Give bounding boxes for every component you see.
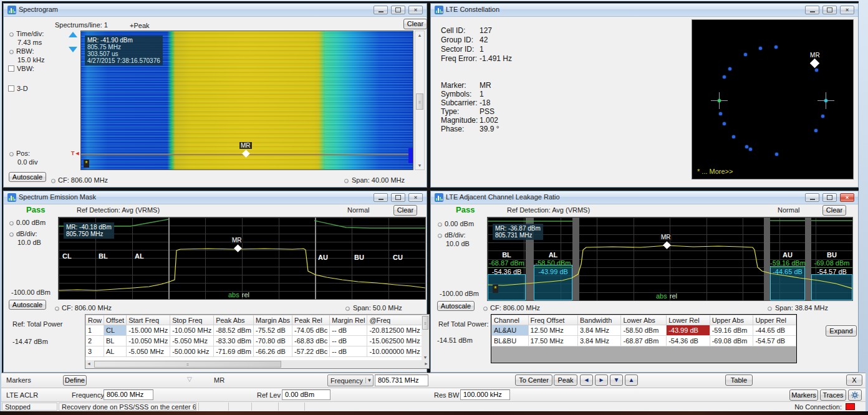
table-cell[interactable]: -50.000 kHz	[170, 346, 214, 357]
peak-button[interactable]: Peak	[554, 374, 577, 386]
chevron-down-icon[interactable]: ▽	[187, 376, 192, 383]
column-header[interactable]: Row	[86, 315, 104, 325]
table-vscrollbar[interactable]: ≡ ▼	[422, 315, 429, 361]
column-header[interactable]: Freq Offset	[528, 315, 577, 325]
table-button[interactable]: Table	[725, 374, 753, 386]
table-cell[interactable]: 3.84 MHz	[577, 325, 621, 336]
scrollbar-thumb[interactable]: ≡	[416, 93, 423, 110]
table-cell[interactable]: -20.812500 MHz	[367, 325, 422, 336]
ref-level-knob[interactable]	[9, 221, 14, 226]
constellation-titlebar[interactable]: LTE Constellation ×	[431, 4, 858, 17]
traces-button[interactable]: Traces	[820, 389, 846, 401]
table-cell[interactable]: BL	[104, 336, 127, 346]
peak-left-icon[interactable]: ◄	[580, 374, 593, 386]
table-cell[interactable]: -- dB	[330, 336, 367, 346]
table-hscrollbar[interactable]: ◄ ≡ ►	[85, 360, 430, 368]
peak-down-icon[interactable]: ▼	[610, 374, 623, 386]
table-cell[interactable]: -83.30 dBm	[214, 336, 254, 346]
cf-knob[interactable]	[483, 307, 488, 311]
close-icon[interactable]: ×	[408, 6, 423, 14]
spectrogram-titlebar[interactable]: Spectrogram ×	[4, 4, 427, 17]
column-header[interactable]: Upper Abs	[710, 315, 753, 325]
close-icon[interactable]: ×	[840, 193, 854, 202]
table-cell[interactable]: -15.062500 MHz	[367, 336, 422, 346]
table-cell[interactable]: -70.80 dB	[254, 336, 292, 346]
table-cell[interactable]: -74.05 dBc	[292, 325, 330, 336]
cf-knob[interactable]	[55, 307, 59, 311]
rbw-knob[interactable]	[9, 50, 14, 54]
table-cell[interactable]: BL&BU	[492, 336, 529, 346]
column-header[interactable]: Bandwidth	[577, 315, 621, 325]
clear-button[interactable]: Clear	[403, 19, 427, 29]
table-row[interactable]: 2BL-10.050 MHz-5.050 MHz-83.30 dBm-70.80…	[86, 336, 430, 346]
vbw-checkbox[interactable]	[8, 65, 14, 72]
table-cell[interactable]: -59.16 dBm	[710, 325, 753, 336]
res-bw-input[interactable]: 100.000 kHz	[460, 389, 510, 400]
table-row[interactable]: BL&BU17.50 MHz3.84 MHz-68.87 dBm-54.36 d…	[492, 336, 796, 346]
minimize-icon[interactable]	[805, 193, 819, 202]
close-markers-button[interactable]: X	[846, 374, 862, 386]
minimize-icon[interactable]	[805, 6, 819, 14]
table-cell[interactable]: -68.83 dBc	[292, 336, 330, 346]
column-header[interactable]: Margin Abs	[254, 315, 292, 325]
clear-button[interactable]: Clear	[822, 205, 846, 216]
table-cell[interactable]: -5.050 MHz	[127, 346, 170, 357]
table-cell[interactable]: -54.36 dB	[667, 336, 710, 346]
scroll-down-icon[interactable]	[69, 47, 77, 52]
marker-mode-select[interactable]: Frequency ▼	[327, 374, 374, 386]
table-row[interactable]: AL&AU12.50 MHz3.84 MHz-58.50 dBm-43.99 d…	[492, 325, 796, 336]
table-cell[interactable]: 17.50 MHz	[528, 336, 577, 346]
table-cell[interactable]: -88.52 dBm	[214, 325, 254, 336]
table-row[interactable]: 1CL-15.000 MHz-10.050 MHz-88.52 dBm-75.5…	[86, 325, 430, 336]
table-cell[interactable]: -- dB	[330, 346, 367, 357]
table-cell[interactable]: 1	[86, 325, 104, 336]
minimize-icon[interactable]	[374, 193, 388, 202]
column-header[interactable]: Upper Rel	[753, 315, 796, 325]
table-cell[interactable]: -43.99 dB	[667, 325, 710, 336]
define-button[interactable]: Define	[63, 375, 87, 386]
autoscale-button[interactable]: Autoscale	[9, 172, 46, 182]
abs-rel-toggle[interactable]: absrel	[656, 292, 677, 300]
table-cell[interactable]: 3	[86, 346, 104, 357]
cf-knob[interactable]	[51, 179, 55, 183]
table-cell[interactable]: -10.000000 MHz	[367, 346, 422, 357]
restore-icon[interactable]	[822, 6, 837, 14]
close-icon[interactable]: ×	[408, 193, 423, 202]
restore-icon[interactable]	[822, 193, 837, 202]
markers-button[interactable]: Markers	[789, 389, 818, 401]
db-div-knob[interactable]	[438, 234, 442, 238]
table-cell[interactable]: 3.84 MHz	[577, 336, 621, 346]
expand-button[interactable]: Expand	[826, 325, 857, 336]
time-div-knob[interactable]	[9, 32, 14, 37]
span-knob[interactable]	[344, 179, 349, 183]
table-cell[interactable]: -75.52 dB	[254, 325, 292, 336]
table-cell[interactable]: -15.000 MHz	[127, 325, 170, 336]
span-knob[interactable]	[345, 307, 350, 311]
sem-titlebar[interactable]: Spectrum Emission Mask ×	[4, 191, 427, 204]
spectrogram-scrollbar[interactable]: ▲ ≡ ▼	[415, 31, 425, 170]
marker-frequency-input[interactable]: 805.731 MHz	[375, 374, 428, 386]
sem-chart[interactable]: CL BL AL AU BU CU MR: -40.18 dBm 805.750…	[58, 217, 426, 300]
table-cell[interactable]: AL	[104, 346, 127, 357]
pos-knob[interactable]	[9, 152, 14, 156]
db-div-knob[interactable]	[9, 232, 14, 237]
spectrogram-plot[interactable]: MR: -41.90 dBm 805.75 MHz 303.507 us 4/2…	[80, 31, 413, 170]
aclr-chart[interactable]: BL -68.87 dBm -54.36 dB AL -58.50 dBm -4…	[487, 217, 853, 301]
column-header[interactable]: Offset	[104, 315, 127, 325]
table-cell[interactable]: 2	[86, 336, 104, 346]
scrollbar-up-icon[interactable]: ▲	[415, 32, 424, 39]
constellation-plot[interactable]: MR * ... More>>	[692, 19, 854, 179]
clear-button[interactable]: Clear	[393, 205, 417, 216]
restore-icon[interactable]	[391, 6, 405, 14]
table-cell[interactable]: -68.87 dBm	[621, 336, 667, 346]
span-knob[interactable]	[768, 307, 772, 311]
abs-rel-toggle[interactable]: absrel	[228, 291, 249, 298]
scrollbar-down-icon[interactable]: ▼	[415, 162, 424, 169]
table-cell[interactable]: -- dB	[330, 325, 367, 336]
column-header[interactable]: Peak Abs	[214, 315, 254, 325]
table-cell[interactable]: -58.50 dBm	[621, 325, 667, 336]
autoscale-button[interactable]: Autoscale	[437, 301, 475, 311]
to-center-button[interactable]: To Center	[515, 374, 552, 386]
column-header[interactable]: Channel	[492, 315, 529, 325]
column-header[interactable]: @Freq	[367, 315, 422, 325]
